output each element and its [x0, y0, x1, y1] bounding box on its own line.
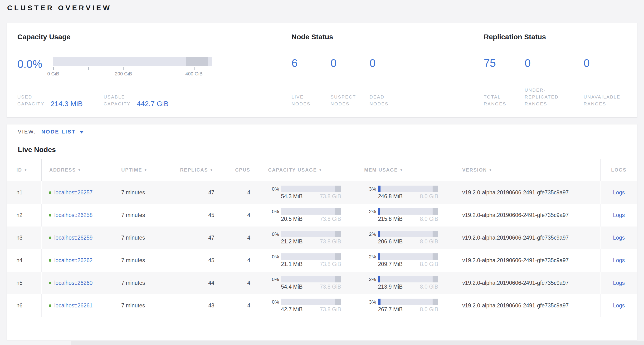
usage-total-value: 8.0 GiB [420, 284, 438, 290]
logs-link[interactable]: Logs [613, 257, 625, 263]
cpus-cell: 4 [225, 181, 259, 204]
column-header-address[interactable]: ADDRESS▼ [42, 159, 112, 181]
usage-total-value: 73.8 GiB [320, 261, 341, 267]
live-nodes-label: LIVE NODES [292, 94, 330, 107]
usage-percent: 2% [361, 231, 376, 237]
usage-total-value: 8.0 GiB [420, 216, 438, 222]
usage-percent: 0% [264, 231, 279, 237]
mem-usage-cell: 3%246.8 MiB8.0 GiB [356, 181, 453, 204]
axis-tick-mark [124, 67, 124, 70]
used-capacity-label: USED CAPACITY [17, 94, 44, 107]
capacity-usage-cell: 0%20.5 MiB73.8 GiB [259, 204, 356, 226]
version-value: v19.2.0-alpha.20190606-2491-gfe735c9a97 [462, 280, 569, 286]
usable-capacity-value: 442.7 GiB [137, 100, 168, 108]
node-row: n1localhost:262577 minutes4740%54.3 MiB7… [7, 181, 637, 204]
cpus-value: 4 [247, 302, 250, 308]
uptime-value: 7 minutes [121, 302, 145, 308]
table-header-row: ID▼ADDRESS▼UPTIME▼REPLICAS▼CPUSCAPACITY … [7, 159, 637, 181]
usage-total-value: 73.8 GiB [320, 238, 341, 245]
node-live-status-icon [49, 259, 51, 262]
capacity-usage-widget: 0%21.2 MiB73.8 GiB [259, 231, 356, 245]
capacity-usage-section: Capacity Usage 0.0% 0 GiB [7, 23, 281, 117]
used-capacity-stat: USED CAPACITY 214.3 MiB [17, 94, 83, 107]
version-cell: v19.2.0-alpha.20190606-2491-gfe735c9a97 [453, 272, 600, 294]
replicas-value: 45 [208, 257, 214, 263]
unavailable-ranges-value: 0 [584, 57, 620, 69]
node-address-link[interactable]: localhost:26261 [54, 302, 92, 308]
usage-used-value: 209.7 MiB [378, 261, 403, 267]
view-mode-dropdown[interactable]: NODE LIST [42, 129, 84, 135]
node-address-link[interactable]: localhost:26257 [54, 189, 92, 196]
usage-bar [378, 208, 438, 215]
unavailable-ranges-stat: 0 UNAVAILABLE RANGES [584, 57, 620, 107]
mem-usage-widget: 2%213.9 MiB8.0 GiB [356, 276, 453, 290]
total-ranges-stat: 75 TOTAL RANGES [484, 57, 524, 107]
node-address-link[interactable]: localhost:26262 [54, 257, 92, 263]
usage-percent: 0% [264, 276, 279, 282]
replicas-cell: 44 [165, 272, 225, 294]
total-ranges-value: 75 [484, 57, 524, 69]
node-id-cell: n1 [7, 181, 42, 204]
node-address-link[interactable]: localhost:26259 [54, 235, 92, 241]
uptime-value: 7 minutes [121, 189, 145, 196]
column-header-label: ADDRESS [49, 167, 76, 173]
usage-bar-fill [378, 253, 380, 260]
usage-bar [281, 253, 341, 260]
sort-arrow-icon: ▼ [78, 168, 81, 172]
usage-used-value: 246.8 MiB [378, 193, 403, 200]
version-value: v19.2.0-alpha.20190606-2491-gfe735c9a97 [462, 189, 569, 196]
column-header-replicas[interactable]: REPLICAS▼ [165, 159, 225, 181]
mem-usage-widget: 2%206.6 MiB8.0 GiB [356, 231, 453, 245]
cpus-value: 4 [247, 257, 250, 263]
replication-stats: 75 TOTAL RANGES 0 UNDER- REPLICATED RANG… [484, 57, 637, 107]
used-capacity-value: 214.3 MiB [51, 100, 83, 108]
version-cell: v19.2.0-alpha.20190606-2491-gfe735c9a97 [453, 294, 600, 317]
version-value: v19.2.0-alpha.20190606-2491-gfe735c9a97 [462, 257, 569, 263]
summary-panel: Capacity Usage 0.0% 0 GiB [7, 23, 637, 118]
mem-usage-widget: 2%215.8 MiB8.0 GiB [356, 208, 453, 222]
usage-used-value: 267.7 MiB [378, 306, 403, 313]
usage-bar [281, 299, 341, 305]
node-address-link[interactable]: localhost:26260 [54, 280, 92, 286]
node-address-link[interactable]: localhost:26258 [54, 212, 92, 218]
column-header-uptime[interactable]: UPTIME▼ [112, 159, 165, 181]
mem-usage-cell: 3%267.7 MiB8.0 GiB [356, 294, 453, 317]
uptime-cell: 7 minutes [112, 294, 165, 317]
column-header-label: CPUS [235, 167, 250, 173]
axis-tick-label: 0 GiB [47, 71, 59, 77]
usage-used-value: 20.5 MiB [281, 216, 302, 222]
column-header-label: LOGS [611, 167, 627, 173]
cpus-cell: 4 [225, 226, 259, 249]
logs-link[interactable]: Logs [613, 302, 625, 308]
usage-bar-segment [432, 231, 438, 237]
usage-bar-fill [378, 276, 380, 282]
node-row: n4localhost:262627 minutes4540%21.1 MiB7… [7, 249, 637, 272]
capacity-axis [53, 67, 212, 71]
column-header-label: CAPACITY USAGE [268, 167, 317, 173]
column-header-mem[interactable]: MEM USAGE▼ [356, 159, 453, 181]
version-cell: v19.2.0-alpha.20190606-2491-gfe735c9a97 [453, 181, 600, 204]
usage-bar-segment [335, 186, 341, 192]
logs-link[interactable]: Logs [613, 235, 625, 241]
replicas-cell: 47 [165, 181, 225, 204]
logs-link[interactable]: Logs [613, 280, 625, 286]
replicas-value: 47 [208, 235, 214, 241]
usage-bar [378, 253, 438, 260]
column-header-cpus: CPUS [225, 159, 259, 181]
usage-bar-segment [335, 253, 341, 260]
usage-used-value: 21.1 MiB [281, 261, 302, 267]
live-nodes-value: 6 [292, 57, 330, 69]
usage-used-value: 42.7 MiB [281, 306, 302, 313]
node-id-cell: n5 [7, 272, 42, 294]
column-header-label: UPTIME [121, 167, 142, 173]
logs-link[interactable]: Logs [613, 212, 625, 218]
usage-percent: 0% [264, 209, 279, 214]
usage-total-value: 8.0 GiB [420, 238, 438, 245]
logs-link[interactable]: Logs [613, 189, 625, 196]
usage-bar-fill [378, 231, 380, 237]
mem-usage-cell: 2%213.9 MiB8.0 GiB [356, 272, 453, 294]
column-header-capacity[interactable]: CAPACITY USAGE▼ [259, 159, 356, 181]
column-header-version[interactable]: VERSION▼ [453, 159, 600, 181]
node-address-cell: localhost:26262 [42, 249, 112, 272]
column-header-id[interactable]: ID▼ [7, 159, 42, 181]
